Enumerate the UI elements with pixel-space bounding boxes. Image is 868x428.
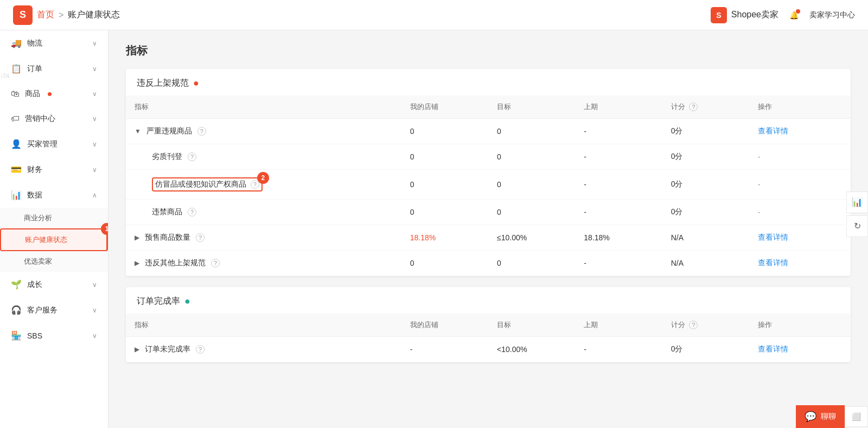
- chat-button[interactable]: 💬 聊聊: [796, 405, 845, 428]
- products-badge-dot: [48, 92, 52, 96]
- chevron-logistics: ∨: [92, 40, 97, 47]
- action-none: -: [758, 180, 761, 189]
- sidebar-item-sbs[interactable]: 🏪 SBS ∨: [0, 323, 108, 348]
- breadcrumb-current: 账户健康状态: [68, 9, 120, 21]
- sidebar-item-business-analysis[interactable]: 商业分析: [0, 208, 108, 228]
- sidebar-item-orders[interactable]: 📋 订单 ∨: [0, 56, 108, 81]
- page-title: 指标: [126, 43, 851, 58]
- step-badge-1: 1: [101, 223, 108, 235]
- sidebar: 🚚 物流 ∨ 📋 订单 ∨ 🛍 商品 ∨ 🏷 营销中: [0, 30, 108, 428]
- buyers-icon: 👤: [11, 139, 22, 149]
- cell-target: 0: [488, 119, 575, 144]
- cell-last-period: -: [575, 337, 662, 362]
- notification-bell[interactable]: 🔔: [789, 11, 799, 20]
- cell-my-store: 18.18%: [401, 225, 488, 251]
- action-none: -: [758, 152, 761, 161]
- sidebar-label-growth: 成长: [27, 280, 42, 290]
- col-header-target2: 目标: [488, 314, 575, 337]
- metric-label: 预售商品数量: [145, 233, 190, 242]
- chevron-orders: ∨: [92, 65, 97, 73]
- col-header-target: 目标: [488, 95, 575, 119]
- metric-help-icon[interactable]: ?: [197, 127, 206, 136]
- logistics-icon: 🚚: [11, 38, 22, 48]
- table-row: ▼ 严重违规商品 ? 0 0 - 0分 查看详情: [126, 119, 851, 144]
- col-header-score2: 计分 ?: [662, 314, 749, 337]
- help-center-link[interactable]: 卖家学习中心: [809, 10, 855, 20]
- col-header-last-period2: 上期: [575, 314, 662, 337]
- sidebar-item-customer[interactable]: 🎧 客户服务 ∨: [0, 297, 108, 323]
- sidebar-item-account-health[interactable]: 账户健康状态 1: [0, 228, 108, 251]
- score-help-icon[interactable]: ?: [689, 103, 698, 111]
- sidebar-label-finance: 财务: [27, 165, 42, 175]
- metric-label: 订单未完成率: [145, 344, 190, 354]
- sidebar-item-products[interactable]: 🛍 商品 ∨: [0, 81, 108, 106]
- home-link[interactable]: 首页: [37, 9, 54, 21]
- sidebar-item-buyers[interactable]: 👤 买家管理 ∨: [0, 131, 108, 157]
- metric-label: 违反其他上架规范: [145, 258, 206, 268]
- expand-btn[interactable]: ▶: [135, 259, 139, 267]
- chat-label: 聊聊: [821, 412, 836, 421]
- data-icon: 📊: [11, 190, 22, 200]
- cell-target: <10.00%: [488, 337, 575, 362]
- table-row: ▶ 违反其他上架规范 ? 0 0 - N/A 查看详情: [126, 251, 851, 276]
- breadcrumb: 首页 > 账户健康状态: [37, 9, 120, 21]
- header: S 首页 > 账户健康状态 S Shopee卖家 🔔 卖家学习中心: [0, 0, 868, 30]
- sidebar-item-finance[interactable]: 💳 财务 ∨: [0, 157, 108, 182]
- analytics-float-btn[interactable]: 📊: [846, 191, 868, 213]
- sidebar-item-logistics[interactable]: 🚚 物流 ∨: [0, 30, 108, 56]
- cell-score: 0分: [662, 200, 749, 225]
- action-link[interactable]: 查看详情: [758, 258, 788, 267]
- cell-action: 查看详情: [749, 251, 851, 276]
- metric-help-icon[interactable]: ?: [196, 345, 205, 354]
- section-listing-violations: 违反上架规范 ● 指标 我的店铺 目标 上期 计分 ? 操作: [126, 69, 851, 276]
- cell-my-store: 0: [401, 170, 488, 200]
- action-link[interactable]: 查看详情: [758, 344, 788, 353]
- orders-icon: 📋: [11, 63, 22, 74]
- cell-my-store: 0: [401, 251, 488, 276]
- metric-help-icon[interactable]: ?: [188, 208, 196, 216]
- cell-my-store: -: [401, 337, 488, 362]
- sidebar-item-preferred-seller[interactable]: 优选卖家: [0, 251, 108, 272]
- section2-title: 订单完成率: [137, 296, 180, 307]
- col-header-action: 操作: [749, 95, 851, 119]
- sidebar-label-sbs: SBS: [27, 331, 42, 340]
- chat-minimize-btn[interactable]: ⬜: [845, 406, 868, 427]
- sidebar-item-data[interactable]: 📊 数据 ∧: [0, 182, 108, 208]
- cell-my-store: 0: [401, 119, 488, 144]
- chat-icon: 💬: [805, 411, 816, 423]
- chevron-products: ∨: [92, 90, 97, 98]
- cell-target: 0: [488, 200, 575, 225]
- metric-help-icon[interactable]: ?: [188, 152, 196, 161]
- table-row-highlighted: 仿冒品或侵犯知识产权商品 ? 2 0 0 - 0分 -: [126, 170, 851, 200]
- table-row: 违禁商品 ? 0 0 - 0分 -: [126, 200, 851, 225]
- cell-score: 0分: [662, 144, 749, 170]
- metric-help-icon[interactable]: ?: [211, 259, 220, 267]
- expand-btn[interactable]: ▼: [135, 127, 141, 135]
- cell-action: -: [749, 144, 851, 170]
- cell-score: 0分: [662, 337, 749, 362]
- shopee-logo: S: [13, 5, 33, 25]
- action-none: -: [758, 208, 761, 216]
- col-header-last-period: 上期: [575, 95, 662, 119]
- col-header-metric: 指标: [126, 95, 401, 119]
- cell-action: 查看详情: [749, 337, 851, 362]
- step-badge-2: 2: [257, 172, 269, 184]
- cell-score: 0分: [662, 119, 749, 144]
- table-row: 劣质刊登 ? 0 0 - 0分 -: [126, 144, 851, 170]
- refresh-float-btn[interactable]: ↻: [846, 215, 868, 237]
- action-link[interactable]: 查看详情: [758, 233, 788, 241]
- sidebar-item-growth[interactable]: 🌱 成长 ∨: [0, 272, 108, 297]
- marketing-icon: 🏷: [11, 114, 20, 124]
- expand-btn[interactable]: ▶: [135, 234, 139, 241]
- sidebar-item-marketing[interactable]: 🏷 营销中心 ∨: [0, 106, 108, 131]
- table-row: ▶ 订单未完成率 ? - <10.00% - 0分 查看详情: [126, 337, 851, 362]
- section-order-completion: 订单完成率 ● 指标 我的店铺 目标 上期 计分 ? 操作: [126, 287, 851, 362]
- metric-label: 严重违规商品: [146, 126, 192, 136]
- score-help-icon2[interactable]: ?: [689, 321, 698, 329]
- col-header-my-store: 我的店铺: [401, 95, 488, 119]
- layout: 🚚 物流 ∨ 📋 订单 ∨ 🛍 商品 ∨ 🏷 营销中: [0, 30, 868, 428]
- expand-btn[interactable]: ▶: [135, 346, 139, 353]
- metric-help-icon[interactable]: ?: [196, 233, 205, 242]
- action-link[interactable]: 查看详情: [758, 126, 788, 135]
- sidebar-label-orders: 订单: [27, 64, 42, 74]
